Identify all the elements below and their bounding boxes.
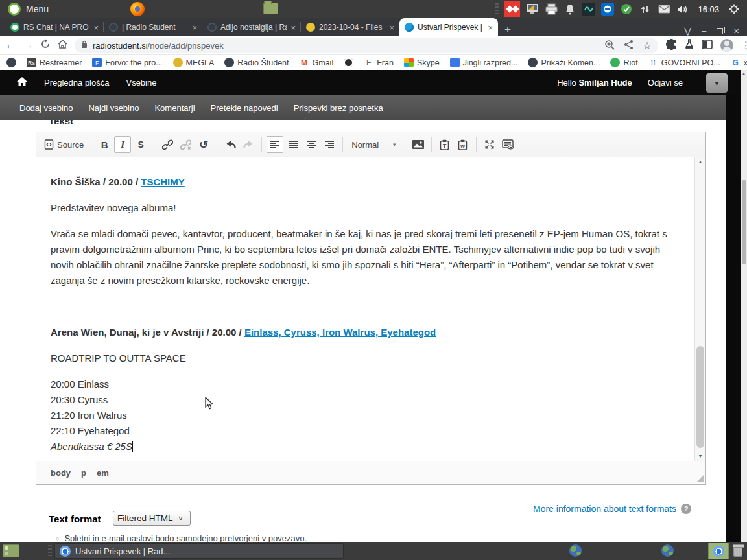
source-button[interactable]: Source: [42, 136, 86, 153]
paste-as-text-button[interactable]: T: [436, 136, 453, 153]
bookmark-restreamer[interactable]: RsRestreamer: [27, 58, 82, 67]
tab-adijo-nostalgija[interactable]: Adijo nostalgija | Radio Št ×: [202, 18, 301, 36]
bookmark-globe[interactable]: [6, 58, 16, 67]
toolbar-drawer-toggle[interactable]: ▼: [706, 73, 728, 93]
shortcut-pretekle-napovedi[interactable]: Pretekle napovedi: [211, 103, 278, 113]
firefox-launcher-icon[interactable]: [130, 2, 145, 16]
link-to-content-button[interactable]: [499, 136, 517, 153]
globe-window-icon[interactable]: [661, 544, 674, 557]
help-icon[interactable]: ?: [681, 504, 691, 514]
workspace-pager[interactable]: [3, 544, 19, 557]
reload-icon[interactable]: [40, 39, 51, 52]
share-icon[interactable]: [624, 40, 634, 52]
maximize-button[interactable]: [481, 136, 498, 153]
bookmark-power[interactable]: [344, 58, 353, 67]
printer-tray-icon[interactable]: [545, 3, 558, 16]
redo-button[interactable]: [240, 136, 257, 153]
bookmark-jingli[interactable]: Jingli razpred...: [450, 58, 518, 67]
scroll-up-icon[interactable]: ▲: [695, 158, 706, 167]
bookmark-megla[interactable]: MEGLA: [173, 58, 215, 67]
active-chromium-tray[interactable]: [708, 542, 729, 559]
tab-close-icon[interactable]: ×: [290, 23, 296, 32]
mail-tray-icon[interactable]: [658, 3, 670, 16]
editor-scrollbar-thumb[interactable]: [696, 346, 704, 448]
window-restore-button[interactable]: [717, 28, 723, 34]
bookmark-forvo[interactable]: FForvo: the pro...: [92, 58, 162, 67]
admin-menu-dashboard[interactable]: Pregledna plošča: [44, 78, 109, 88]
globe-window-icon[interactable]: [569, 544, 582, 557]
trash-icon[interactable]: [733, 544, 743, 557]
tab-close-icon[interactable]: ×: [192, 23, 197, 32]
paste-from-word-button[interactable]: W: [455, 136, 471, 153]
bookmark-skype[interactable]: Skype: [404, 58, 440, 67]
tab-rs-chat[interactable]: RŠ Chat | NA PROGRAMU ×: [5, 18, 104, 36]
profile-avatar[interactable]: [720, 39, 733, 52]
zoom-page-icon[interactable]: [604, 40, 615, 52]
paragraph-format-dropdown[interactable]: Normal ▾: [348, 140, 399, 150]
path-em[interactable]: em: [97, 468, 109, 478]
lock-icon[interactable]: [81, 40, 88, 51]
scroll-up-icon[interactable]: ▲: [742, 71, 746, 75]
bookmark-gmail[interactable]: MGmail: [300, 58, 334, 67]
more-info-link[interactable]: More information about text formats: [533, 504, 676, 514]
side-panel-icon[interactable]: [702, 40, 713, 52]
shortcut-prispevki-brez-posnetka[interactable]: Prispevki brez posnetka: [294, 103, 383, 113]
link-button[interactable]: [159, 136, 176, 153]
bookmark-fran[interactable]: FFran: [364, 58, 394, 67]
url-bar[interactable]: radiostudent.si/node/add/prispevek ☆: [75, 38, 658, 53]
tab-ustvari-prispevek[interactable]: Ustvari Prispevek | Radio Š ×: [399, 18, 498, 36]
align-justify-button[interactable]: [285, 136, 302, 153]
shortcut-komentarji[interactable]: Komentarji: [154, 103, 195, 113]
tab-close-icon[interactable]: ×: [488, 23, 493, 32]
sync-ok-tray-icon[interactable]: [620, 3, 633, 16]
text-format-select[interactable]: Filtered HTML ∨: [113, 511, 191, 526]
distro-menu-icon[interactable]: [8, 3, 21, 16]
shortcut-dodaj-vsebino[interactable]: Dodaj vsebino: [19, 103, 73, 113]
strikethrough-button[interactable]: S: [132, 136, 149, 153]
window-minimize-button[interactable]: –: [702, 26, 706, 36]
tab-close-icon[interactable]: ×: [93, 23, 99, 32]
bookmark-google-x[interactable]: Gx: [731, 58, 747, 67]
unlink-button[interactable]: [177, 136, 194, 153]
tab-search-chevron-icon[interactable]: ⋁: [684, 26, 691, 36]
align-right-button[interactable]: [321, 136, 338, 153]
panel-clock[interactable]: 16:03: [695, 5, 722, 14]
window-close-button[interactable]: ×: [733, 25, 739, 36]
undo-button[interactable]: [222, 136, 239, 153]
bookmark-riot[interactable]: Riot: [610, 58, 637, 67]
admin-menu-content[interactable]: Vsebine: [126, 78, 156, 88]
teamviewer-tray-icon[interactable]: [601, 3, 614, 16]
volume-icon[interactable]: [676, 3, 689, 16]
network-traffic-icon[interactable]: [639, 3, 652, 16]
session-gear-icon[interactable]: [728, 3, 741, 16]
bookmark-govorni[interactable]: ⁞⁞GOVORNI PO...: [648, 58, 720, 67]
extensions-puzzle-icon[interactable]: [666, 39, 677, 52]
admin-logout-link[interactable]: Odjavi se: [648, 78, 683, 88]
editor-scrollbar[interactable]: ▲ ▼: [694, 158, 706, 461]
bookmark-prikazi[interactable]: Prikaži Komen...: [528, 58, 600, 67]
bookmark-star-icon[interactable]: ☆: [643, 40, 652, 52]
snapshot-history-icon[interactable]: ↺: [195, 136, 212, 153]
italic-button[interactable]: I: [114, 136, 131, 153]
browser-menu-icon[interactable]: ⋮: [741, 40, 747, 51]
editor-content-area[interactable]: Kino Šiška / 20.00 / TSCHIMY Predstavite…: [36, 158, 706, 461]
page-scrollbar-thumb[interactable]: [742, 180, 746, 264]
menu-button[interactable]: Menu: [26, 4, 49, 14]
display-settings-icon[interactable]: [526, 3, 539, 16]
tschimy-link[interactable]: TSCHIMY: [141, 176, 185, 187]
align-center-button[interactable]: [303, 136, 320, 153]
lineup-link[interactable]: Einlass, Cyruss, Iron Walrus, Eyehategod: [244, 327, 436, 338]
forward-icon[interactable]: →: [23, 39, 34, 52]
editor-resize-handle[interactable]: [696, 475, 704, 482]
folder-window-icon[interactable]: [263, 3, 278, 14]
audio-app-tray-icon[interactable]: [582, 3, 595, 16]
scroll-down-icon[interactable]: ▼: [695, 452, 706, 461]
tab-radio-student[interactable]: | Radio Študent ×: [104, 18, 202, 36]
back-icon[interactable]: ←: [5, 39, 16, 52]
notification-bell-icon[interactable]: [563, 3, 576, 16]
admin-home-icon[interactable]: [17, 77, 27, 88]
taskbar-window-button[interactable]: Ustvari Prispevek | Rad...: [54, 543, 344, 559]
bookmark-radio-student[interactable]: Radio Študent: [224, 58, 289, 67]
tab-close-icon[interactable]: ×: [389, 23, 394, 32]
align-left-button[interactable]: [267, 136, 283, 153]
